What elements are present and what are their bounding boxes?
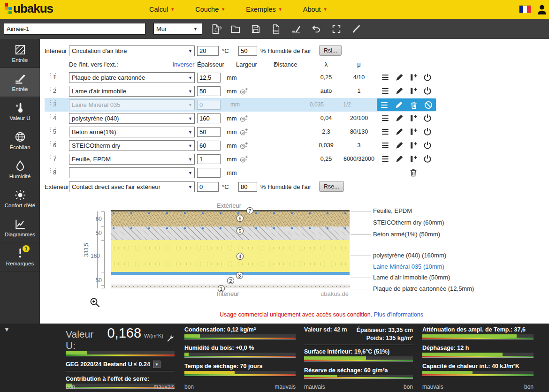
ubakus-logo[interactable]: ubakus [5, 1, 53, 16]
edit-pencil-icon[interactable] [395, 141, 405, 151]
material-select[interactable]: STEICOtherm dry▼ [69, 140, 195, 151]
layer-marker-7[interactable]: 7 [246, 207, 253, 214]
material-select[interactable]: polystyrène (040)▼ [69, 113, 195, 124]
layer-marker-6[interactable]: 6 [236, 215, 244, 222]
menu-about[interactable]: About▼ [303, 6, 328, 13]
menu-exemples[interactable]: Exemples▼ [246, 6, 282, 13]
width-roll-icon[interactable] [239, 128, 248, 136]
material-select[interactable]: ▼ [69, 167, 195, 178]
notice-link[interactable]: Plus d'informations [374, 311, 423, 318]
chevron-down-icon: ▼ [186, 89, 194, 94]
toggle-power-icon[interactable] [423, 113, 433, 124]
menu-icon[interactable] [381, 141, 391, 151]
add-layer-icon[interactable] [409, 113, 419, 124]
exterior-temp-input[interactable] [197, 182, 219, 192]
material-select[interactable]: Lame d'air immobile▼ [69, 86, 195, 97]
width-roll-icon[interactable] [239, 141, 248, 150]
edit-pencil-icon[interactable] [395, 73, 405, 83]
thickness-input[interactable] [197, 73, 221, 83]
toggle-power-icon[interactable] [423, 73, 433, 83]
sidebar-item-remarques[interactable]: 1 Remarques [0, 242, 40, 271]
toggle-power-icon[interactable] [423, 86, 433, 97]
layer-polystyrene-graphic[interactable] [111, 240, 350, 272]
menu-calcul[interactable]: Calcul▼ [149, 6, 175, 13]
width-roll-icon[interactable] [239, 114, 248, 123]
zoom-in-icon[interactable] [89, 297, 100, 308]
fullscreen-icon[interactable] [331, 24, 342, 34]
inverse-link[interactable]: inverser [173, 61, 194, 68]
user-icon[interactable] [536, 3, 548, 17]
add-layer-icon[interactable] [409, 73, 419, 83]
sidebar-item-entree-1[interactable]: Entrée [0, 39, 40, 68]
edit-pencil-icon[interactable] [395, 113, 405, 124]
menu-couche[interactable]: Couche▼ [195, 6, 225, 13]
material-select-disabled[interactable]: Laine Minéral 035▼ [69, 99, 195, 110]
material-select[interactable]: Plaque de platre cartonnée▼ [69, 72, 195, 83]
toggle-power-icon[interactable] [423, 127, 433, 137]
sidebar-item-entree-2[interactable]: Entrée [0, 68, 40, 97]
add-layer-icon[interactable] [409, 154, 419, 165]
exterior-humidity-input[interactable] [238, 182, 257, 192]
layer-marker-5[interactable]: 5 [236, 227, 244, 234]
thickness-input[interactable] [197, 127, 221, 137]
layer-marker-3[interactable]: 3 [236, 272, 243, 279]
add-layer-icon[interactable] [409, 127, 419, 137]
collapse-panel-icon[interactable]: ▼ [4, 326, 10, 333]
menu-icon[interactable] [381, 127, 391, 137]
menu-icon[interactable] [381, 73, 391, 83]
interior-humidity-input[interactable] [238, 46, 257, 56]
pdf-export-icon[interactable] [271, 24, 281, 34]
project-name-input[interactable] [4, 23, 145, 35]
material-select[interactable]: Feuille, EPDM▼ [69, 154, 195, 165]
add-layer-icon[interactable] [409, 86, 419, 97]
width-roll-icon[interactable] [239, 155, 248, 164]
edit-pencil-icon[interactable] [395, 86, 405, 97]
thickness-input[interactable] [197, 141, 221, 151]
thickness-input[interactable] [197, 168, 221, 178]
delete-trash-icon[interactable] [409, 168, 419, 178]
brush-icon[interactable] [351, 24, 362, 34]
delete-trash-icon[interactable] [409, 100, 419, 110]
thickness-input[interactable] [197, 86, 221, 96]
label-laine-link[interactable]: Laine Minéral 035 (10mm) [373, 263, 444, 270]
menu-icon[interactable] [381, 113, 391, 124]
element-type-select[interactable]: Mur ▼ [153, 23, 202, 35]
toggle-power-icon[interactable] [423, 154, 433, 165]
sidebar-item-confort-ete[interactable]: Confort d'été [0, 184, 40, 213]
sidebar-item-diagrammes[interactable]: Diagrammes [0, 213, 40, 242]
width-roll-icon[interactable] [239, 87, 248, 96]
menu-icon[interactable] [381, 86, 391, 97]
edit-pencil-icon[interactable] [395, 127, 405, 137]
thickness-input-disabled[interactable] [197, 100, 221, 110]
interior-condition-select[interactable]: Circulation d'air libre ▼ [69, 45, 195, 56]
undo-icon[interactable] [311, 24, 321, 34]
layer-marker-2[interactable]: 2 [227, 277, 234, 284]
rse-button[interactable]: Rse... [319, 181, 344, 192]
open-folder-icon[interactable] [230, 24, 241, 34]
add-layer-icon[interactable] [409, 141, 419, 151]
interior-temp-input[interactable] [197, 46, 219, 56]
layer-plaster-graphic[interactable] [111, 285, 350, 288]
geg-select[interactable]: ▼ [153, 361, 160, 368]
thickness-input[interactable] [197, 154, 221, 164]
wrench-icon[interactable] [166, 334, 175, 343]
signature-icon[interactable] [291, 24, 301, 34]
thickness-input[interactable] [197, 113, 221, 123]
sidebar-item-humidite[interactable]: Humidité [0, 155, 40, 184]
menu-icon[interactable] [381, 154, 391, 165]
material-select[interactable]: Beton armé(1%)▼ [69, 127, 195, 137]
menu-icon[interactable] [380, 100, 389, 110]
disable-ban-icon[interactable] [424, 100, 433, 110]
material-value: polystyrène (040) [72, 115, 119, 122]
sidebar-item-ecobilan[interactable]: Écobilan [0, 126, 40, 155]
layer-marker-4[interactable]: 4 [236, 253, 244, 260]
toggle-power-icon[interactable] [423, 141, 433, 151]
save-icon[interactable] [251, 24, 261, 34]
rsi-button[interactable]: Rsi... [319, 45, 342, 56]
edit-pencil-icon[interactable] [395, 154, 405, 165]
edit-pencil-icon[interactable] [394, 100, 404, 110]
exterior-condition-select[interactable]: Contact direct avec l'air extérieur ▼ [69, 181, 195, 192]
french-flag-icon[interactable] [519, 5, 531, 13]
sidebar-item-valeur-u[interactable]: Valeur U [0, 97, 40, 126]
redo-icon[interactable] [210, 24, 223, 34]
